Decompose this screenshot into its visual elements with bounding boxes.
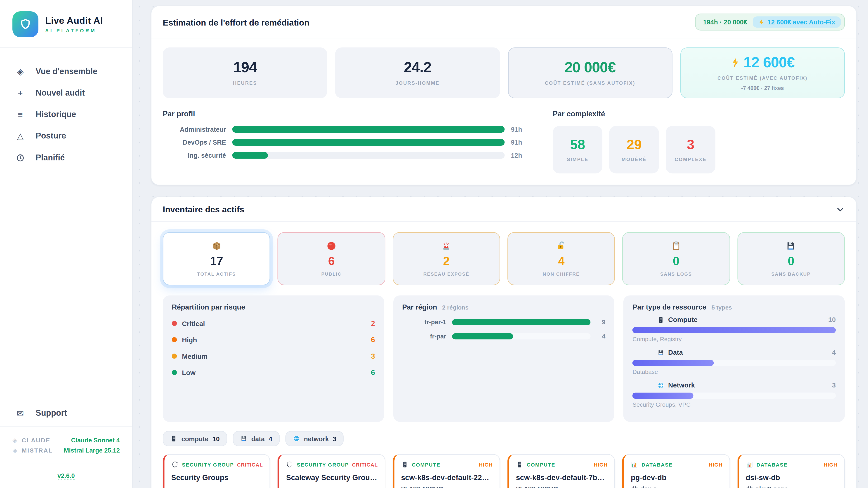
stat-hours: 194 HEURES [163,47,327,98]
filter-unencrypted[interactable]: 4 NON CHIFFRÉ [507,232,615,285]
severity-badge: CRITICAL [352,462,378,467]
chip-compute[interactable]: compute 10 [163,431,227,447]
estimation-badge: 194h · 20 000€ 12 600€ avec Auto-Fix [695,13,845,31]
overview-diamond-icon: ◈ [15,67,26,75]
diamond-icon: ◈ [12,447,17,453]
risk-row-high: High 6 [172,335,375,344]
asset-card[interactable]: DATABASE HIGH dsi-sw-db db-play2-nano fr… [737,454,845,488]
sidebar: Live Audit AI AI PLATFORM ◈ Vue d'ensemb… [0,0,133,488]
filter-network-exposed[interactable]: 2 RÉSEAU EXPOSÉ [393,232,500,285]
model-row-claude: ◈ CLAUDE Claude Sonnet 4 [12,437,120,444]
app-logo: Live Audit AI AI PLATFORM [0,0,132,48]
region-bar-frpar: fr-par 4 [402,333,605,339]
estimation-card: Estimation de l'effort de remédiation 19… [151,6,857,185]
shield-icon [171,461,179,468]
sidebar-item-posture[interactable]: △ Posture [0,125,132,147]
risk-row-medium: Medium 3 [172,352,375,361]
stat-cost-no-autofix: 20 000€ COÛT ESTIMÉ (SANS AUTOFIX) [508,47,672,98]
autofix-badge[interactable]: 12 600€ avec Auto-Fix [753,17,841,28]
profil-bar-admin: Administrateur 91h [163,126,528,133]
app-subtitle: AI PLATFORM [45,28,103,33]
sidebar-item-scheduled[interactable]: Planifié [0,147,132,168]
main-content: Estimation de l'effort de remédiation 19… [133,0,868,488]
floppy-icon [657,349,665,356]
app-title: Live Audit AI [45,15,103,26]
filter-total-assets[interactable]: 17 TOTAL ACTIFS [163,232,270,285]
clipboard-icon [671,240,682,252]
plus-icon: + [15,88,26,97]
stat-cost-autofix: 12 600€ COÛT ESTIMÉ (AVEC AUTOFIX) -7 40… [680,47,845,98]
stat-row: 194 HEURES 24.2 JOURS-HOMME 20 000€ COÛT… [163,47,845,98]
chip-network[interactable]: network 3 [285,431,344,447]
version-link[interactable]: v2.6.0 [57,472,74,480]
package-icon [211,240,222,252]
sidebar-nav: ◈ Vue d'ensemble + Nouvel audit ≡ Histor… [0,48,132,168]
resource-data: Data 4 Database [632,349,836,375]
resource-type-panel: Par type de ressource 5 types Compute 10… [623,295,845,422]
low-dot-icon [172,370,177,375]
model-row-mistral: ◈ MISTRAL Mistral Large 25.12 [12,447,120,454]
complexity-complex: 3 COMPLEXE [666,126,715,173]
par-profil-section: Par profil Administrateur 91h DevOps / S… [163,109,528,173]
live-audit-dashboard: Live Audit AI AI PLATFORM ◈ Vue d'ensemb… [0,0,868,488]
inventory-card: Inventaire des actifs 17 TOTAL ACTIFS 6 … [151,197,857,488]
lightning-icon [758,19,765,25]
chevron-down-icon[interactable] [836,205,845,214]
server-icon [516,461,523,468]
severity-badge: HIGH [709,462,722,467]
asset-card[interactable]: COMPUTE HIGH scw-k8s-dev-default-2272bd.… [393,454,500,488]
globe-icon [657,382,665,389]
stopwatch-icon [15,153,26,162]
open-lock-icon [556,240,567,252]
region-panel: Par région 2 régions fr-par-1 9 fr-par 4 [393,295,614,422]
list-icon: ≡ [15,110,26,119]
risk-distribution-panel: Répartition par risque Critical 2 High 6 [163,295,384,422]
server-icon [170,435,178,442]
server-icon [401,461,408,468]
inventory-title: Inventaire des actifs [163,204,244,214]
triangle-icon: △ [15,131,26,140]
bar-chart-icon [746,461,753,468]
asset-grid: SECURITY GROUPS CRITICAL Security Groups… [163,454,845,488]
sidebar-item-support[interactable]: ✉ Support [0,402,132,427]
diamond-icon: ◈ [12,437,17,443]
floppy-icon [240,435,248,442]
complexity-simple: 58 SIMPLE [553,126,602,173]
filter-no-backup[interactable]: 0 SANS BACKUP [737,232,845,285]
resource-network: Network 3 Security Groups, VPC [632,381,836,408]
asset-card[interactable]: SECURITY GROUPS CRITICAL Scaleway Securi… [278,454,385,488]
type-chip-row: compute 10 data 4 network 3 [163,431,845,447]
sidebar-item-overview[interactable]: ◈ Vue d'ensemble [0,61,132,82]
autofix-savings: -7 400€ · 27 fixes [741,85,784,91]
sidebar-item-history[interactable]: ≡ Historique [0,103,132,125]
shield-icon [286,461,293,468]
envelope-icon: ✉ [15,409,26,417]
severity-badge: HIGH [824,462,837,467]
stat-mandays: 24.2 JOURS-HOMME [335,47,500,98]
complexity-moderate: 29 MODÉRÉ [609,126,659,173]
asset-type-filters: 17 TOTAL ACTIFS 6 PUBLIC 2 RÉSEAU EXPOSÉ [163,232,845,285]
asset-card[interactable]: COMPUTE HIGH scw-k8s-dev-default-7b170ff… [507,454,615,488]
siren-icon [441,240,452,252]
model-status: ◈ CLAUDE Claude Sonnet 4 ◈ MISTRAL Mistr… [0,427,132,462]
lightning-icon [731,57,740,67]
sidebar-item-new-audit[interactable]: + Nouvel audit [0,82,132,103]
risk-row-low: Low 6 [172,368,375,377]
estimation-title: Estimation de l'effort de remédiation [163,17,309,27]
asset-card[interactable]: DATABASE HIGH pg-dev-db db-dev-s fr-par … [622,454,730,488]
inventory-header[interactable]: Inventaire des actifs [151,197,856,222]
severity-badge: CRITICAL [237,462,263,467]
asset-card[interactable]: SECURITY GROUPS CRITICAL Security Groups… [163,454,270,488]
badge-summary: 194h · 20 000€ [703,19,747,26]
filter-public[interactable]: 6 PUBLIC [278,232,385,285]
severity-badge: HIGH [479,462,493,467]
high-dot-icon [172,337,177,343]
chip-data[interactable]: data 4 [232,431,280,447]
medium-dot-icon [172,354,177,359]
critical-dot-icon [172,321,177,326]
par-complexite-section: Par complexité 58 SIMPLE 29 MODÉRÉ [553,109,845,173]
filter-no-logs[interactable]: 0 SANS LOGS [622,232,730,285]
floppy-icon [786,240,797,252]
risk-row-critical: Critical 2 [172,319,375,328]
profil-bar-devops: DevOps / SRE 91h [163,139,528,146]
